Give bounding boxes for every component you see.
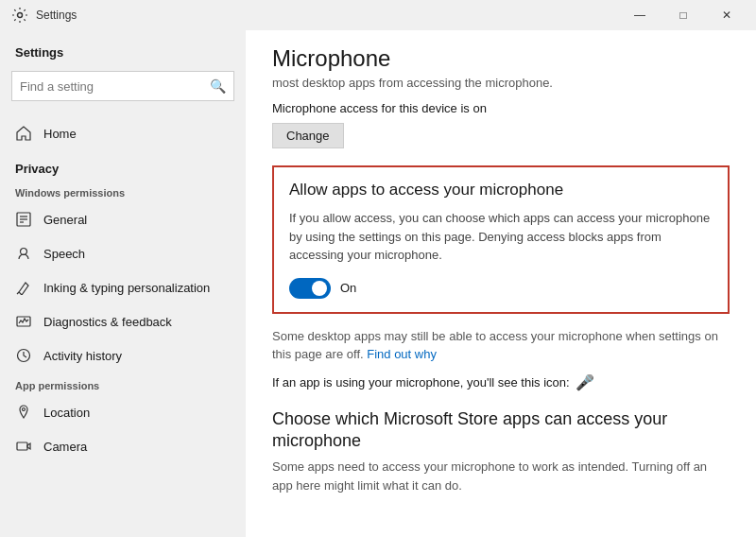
windows-permissions-label: Windows permissions	[0, 180, 246, 202]
svg-point-8	[23, 408, 26, 411]
minimize-button[interactable]: —	[618, 0, 662, 30]
settings-icon	[11, 7, 28, 24]
main-panel: Microphone most desktop apps from access…	[246, 30, 756, 537]
inking-icon	[15, 279, 32, 296]
svg-point-0	[18, 13, 23, 18]
activity-icon	[15, 347, 32, 364]
title-bar-title: Settings	[36, 9, 77, 22]
app-body: Settings 🔍 Home Privacy Windows permissi…	[0, 30, 756, 537]
sidebar-item-home-label: Home	[43, 127, 77, 141]
device-status: Microphone access for this device is on	[272, 101, 730, 115]
microphone-icon: 🎤	[576, 373, 594, 391]
sidebar-item-camera[interactable]: Camera	[0, 429, 246, 463]
toggle-track	[289, 278, 331, 299]
sidebar-item-speech-label: Speech	[43, 247, 85, 261]
change-button[interactable]: Change	[272, 123, 344, 148]
title-bar: Settings — □ ✕	[0, 0, 756, 30]
icon-note: If an app is using your microphone, you'…	[272, 373, 730, 391]
sidebar-item-activity[interactable]: Activity history	[0, 338, 246, 372]
store-section-description: Some apps need to access your microphone…	[272, 458, 730, 494]
title-bar-controls: — □ ✕	[618, 0, 748, 30]
sidebar-item-diagnostics[interactable]: Diagnostics & feedback	[0, 304, 246, 338]
page-title: Microphone	[272, 45, 730, 72]
sidebar-item-location[interactable]: Location	[0, 395, 246, 429]
privacy-label: Privacy	[0, 150, 246, 180]
allow-apps-description: If you allow access, you can choose whic…	[289, 209, 713, 265]
sidebar-item-inking-label: Inking & typing personalization	[43, 281, 210, 295]
find-out-link[interactable]: Find out why	[367, 347, 437, 361]
app-permissions-label: App permissions	[0, 372, 246, 395]
sidebar-item-diagnostics-label: Diagnostics & feedback	[43, 315, 172, 329]
title-bar-left: Settings	[11, 7, 77, 24]
toggle-label: On	[340, 281, 356, 295]
sidebar-item-inking[interactable]: Inking & typing personalization	[0, 270, 246, 304]
sidebar-item-camera-label: Camera	[43, 440, 87, 454]
sidebar-item-home[interactable]: Home	[0, 116, 246, 150]
sidebar: Settings 🔍 Home Privacy Windows permissi…	[0, 30, 246, 537]
toggle-thumb	[312, 281, 327, 296]
maximize-button[interactable]: □	[662, 0, 705, 30]
allow-apps-title: Allow apps to access your microphone	[289, 181, 713, 199]
desktop-note: Some desktop apps may still be able to a…	[272, 327, 730, 364]
home-icon	[15, 125, 32, 142]
toggle-row: On	[289, 278, 713, 299]
diagnostics-icon	[15, 313, 32, 330]
camera-icon	[15, 438, 32, 455]
search-icon: 🔍	[210, 78, 226, 94]
search-input[interactable]	[20, 79, 210, 94]
sidebar-item-activity-label: Activity history	[43, 349, 122, 363]
allow-apps-box: Allow apps to access your microphone If …	[272, 165, 730, 314]
microphone-toggle[interactable]	[289, 278, 331, 299]
general-icon	[15, 211, 32, 228]
search-box[interactable]: 🔍	[11, 71, 234, 101]
sidebar-item-location-label: Location	[43, 406, 90, 420]
sidebar-item-speech[interactable]: Speech	[0, 236, 246, 270]
page-subtitle: most desktop apps from accessing the mic…	[272, 76, 730, 90]
location-icon	[15, 404, 32, 421]
store-section-title: Choose which Microsoft Store apps can ac…	[272, 408, 730, 453]
sidebar-item-general[interactable]: General	[0, 202, 246, 236]
sidebar-item-general-label: General	[43, 213, 87, 227]
svg-rect-9	[17, 442, 27, 450]
app-title: Settings	[0, 38, 246, 71]
speech-icon	[15, 245, 32, 262]
close-button[interactable]: ✕	[705, 0, 748, 30]
